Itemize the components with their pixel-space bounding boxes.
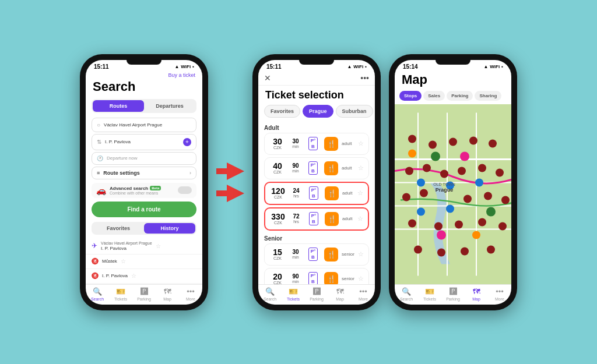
price-20: 20 xyxy=(273,273,282,281)
map-area[interactable]: Prague OLD TOWN xyxy=(395,104,511,284)
close-button[interactable]: ✕ xyxy=(264,73,271,83)
tab-suburban[interactable]: Suburban xyxy=(336,105,373,118)
ticket-item[interactable]: 30 CZK 30 min P°B 🍴 adult ☆ xyxy=(264,133,369,155)
tab-favorites-2[interactable]: Favorites xyxy=(264,105,300,118)
tab-prague[interactable]: Prague xyxy=(303,105,333,118)
czk-label: CZK xyxy=(274,221,282,225)
route-detail: I. P. Pavlova xyxy=(102,273,128,278)
svg-point-32 xyxy=(487,245,495,253)
type-icon: 🍴 xyxy=(324,272,338,284)
advanced-toggle[interactable] xyxy=(178,186,192,194)
map-icon-2: 🗺 xyxy=(336,287,344,296)
tab-departures[interactable]: Departures xyxy=(144,100,195,112)
nav-more-2[interactable]: ••• More xyxy=(352,287,375,301)
ticket-price: 330 CZK xyxy=(270,213,286,225)
svg-point-12 xyxy=(489,139,497,147)
arrow-head-1 xyxy=(227,162,244,180)
departure-text: Departure now xyxy=(107,156,137,161)
tab-sales[interactable]: Sales xyxy=(423,91,445,101)
nav-more-label-3: More xyxy=(495,297,504,301)
star-icon-t[interactable]: ☆ xyxy=(358,250,364,258)
parking-icon: 🅿 xyxy=(141,287,148,296)
svg-point-27 xyxy=(478,218,486,226)
nav-tickets-3[interactable]: 🎫 Tickets xyxy=(418,287,441,301)
star-icon[interactable]: ☆ xyxy=(131,273,136,279)
list-item[interactable]: 🅜 Můstek ☆ xyxy=(86,255,202,269)
nav-parking[interactable]: 🅿 Parking xyxy=(132,287,156,301)
ticket-item-senior[interactable]: 15 CZK 30 min P°B 🍴 senior ☆ xyxy=(264,243,369,266)
ticket-item-highlighted[interactable]: 120 CZK 24 hrs P°B 🍴 adult ☆ xyxy=(264,182,369,205)
type-icon: 🍴 xyxy=(324,137,338,151)
ticket-item-highlighted-2[interactable]: 330 CZK 72 hrs P°B 🍴 adult ☆ xyxy=(264,207,369,231)
nav-map[interactable]: 🗺 Map xyxy=(156,287,179,301)
star-icon[interactable]: ☆ xyxy=(121,258,126,264)
star-icon-t[interactable]: ☆ xyxy=(357,189,363,197)
time-1: 15:11 xyxy=(94,63,109,70)
nav-map-2[interactable]: 🗺 Map xyxy=(328,287,352,301)
ticket-price: 120 CZK xyxy=(270,187,286,199)
nav-tickets-label: Tickets xyxy=(114,297,127,301)
more-icon: ••• xyxy=(187,287,195,296)
nav-search-2[interactable]: 🔍 Search xyxy=(258,287,282,301)
tab-history[interactable]: History xyxy=(144,223,195,234)
arrow-1 xyxy=(216,162,244,180)
ticket-price: 30 CZK xyxy=(269,137,286,150)
list-item[interactable]: 🅜 I. P. Pavlova ☆ xyxy=(86,269,202,284)
list-item[interactable]: ✈ Václav Havel Airport Prague I. P. Pavl… xyxy=(86,238,202,255)
find-route-button[interactable]: Find a route xyxy=(92,202,196,217)
bottom-nav-1: 🔍 Search 🎫 Tickets 🅿 Parking 🗺 Map ••• xyxy=(86,284,202,305)
arrows xyxy=(216,162,244,202)
svg-point-43 xyxy=(472,231,480,239)
notch-3 xyxy=(436,60,470,65)
star-icon-t[interactable]: ☆ xyxy=(358,140,364,147)
czk-label: CZK xyxy=(273,146,282,150)
add-stop-button[interactable]: + xyxy=(183,138,191,146)
nav-parking-3[interactable]: 🅿 Parking xyxy=(441,287,465,301)
search-content: Buy a ticket Search Routes Departures ○ … xyxy=(86,71,202,284)
route-settings[interactable]: ≡ Route settings › xyxy=(92,167,196,179)
nav-more-3[interactable]: ••• More xyxy=(488,287,511,301)
nav-search[interactable]: 🔍 Search xyxy=(86,287,109,301)
nav-parking-label-2: Parking xyxy=(310,297,324,301)
price-120: 120 xyxy=(271,187,285,195)
nav-more[interactable]: ••• More xyxy=(179,287,202,301)
nav-tickets-2[interactable]: 🎫 Tickets xyxy=(282,287,305,301)
czk-label: CZK xyxy=(273,256,282,260)
star-icon-t[interactable]: ☆ xyxy=(358,164,364,172)
nav-more-label-2: More xyxy=(359,297,368,301)
star-icon-t[interactable]: ☆ xyxy=(358,275,364,282)
tab-sharing[interactable]: Sharing xyxy=(475,91,501,101)
ticket-item[interactable]: 40 CZK 90 min P°B 🍴 adult ☆ xyxy=(264,157,369,179)
phone-map: 15:14 ▲ WiFi ▪ Map Stops Sales Parking S… xyxy=(389,54,517,310)
tab-parking[interactable]: Parking xyxy=(447,91,473,101)
nav-parking-2[interactable]: 🅿 Parking xyxy=(305,287,328,301)
buy-ticket-link[interactable]: Buy a ticket xyxy=(86,71,202,78)
to-input[interactable]: ⇅ I. P. Pavlova + xyxy=(92,134,196,150)
nav-tickets-label-2: Tickets xyxy=(287,297,300,301)
nav-tickets[interactable]: 🎫 Tickets xyxy=(109,287,132,301)
category-adult: adult xyxy=(342,165,354,171)
star-icon-t[interactable]: ☆ xyxy=(357,215,363,222)
svg-point-23 xyxy=(501,196,510,204)
route-settings-text: Route settings xyxy=(103,170,140,176)
star-icon[interactable]: ☆ xyxy=(156,243,161,249)
tab-stops[interactable]: Stops xyxy=(399,91,422,101)
fav-hist-tabs: Favorites History xyxy=(92,222,196,235)
route-detail: Václav Havel Airport Prague I. P. Pavlov… xyxy=(101,241,152,251)
ticket-item-senior-2[interactable]: 20 CZK 90 min P°B 🍴 senior ☆ xyxy=(264,268,369,284)
hist-to: I. P. Pavlova xyxy=(102,273,128,278)
nav-map-3[interactable]: 🗺 Map xyxy=(465,287,488,301)
dur-30s: 30 xyxy=(292,249,298,255)
dur-30: 30 xyxy=(292,139,298,144)
more-button[interactable]: ••• xyxy=(360,73,369,83)
phone-search: 15:11 ▲ WiFi ▪ Buy a ticket Search Route… xyxy=(80,54,208,310)
nav-search-3[interactable]: 🔍 Search xyxy=(395,287,418,301)
from-input[interactable]: ○ Václav Havel Airport Prague xyxy=(92,118,196,132)
ticket-duration: 72 hrs xyxy=(290,214,303,224)
tab-routes[interactable]: Routes xyxy=(93,100,144,112)
unit-min-2: min xyxy=(292,169,298,173)
tab-favorites[interactable]: Favorites xyxy=(93,223,144,234)
category-adult: adult xyxy=(342,141,354,146)
svg-text:Prague: Prague xyxy=(436,186,454,192)
departure-field[interactable]: 🕐 Departure now xyxy=(92,152,196,165)
